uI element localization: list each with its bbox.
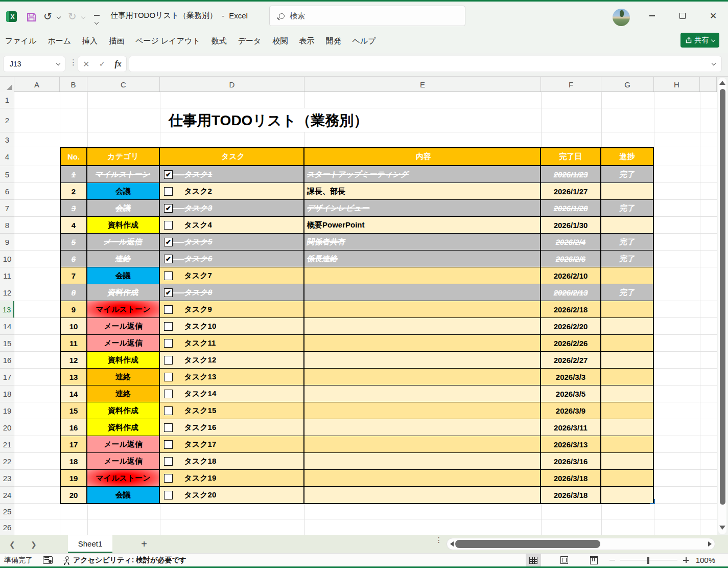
cell-task[interactable]: タスク10 bbox=[160, 318, 304, 335]
column-header-B[interactable]: B bbox=[60, 77, 87, 92]
row-header-24[interactable]: 24 bbox=[0, 487, 14, 504]
scroll-left-icon[interactable] bbox=[450, 541, 454, 547]
cell-date[interactable]: 2026/2/26 bbox=[541, 335, 601, 352]
cell-date[interactable]: 2026/3/16 bbox=[541, 453, 601, 470]
cell-category[interactable]: 会議 bbox=[87, 200, 160, 217]
task-checkbox[interactable] bbox=[164, 305, 173, 314]
cell-date[interactable]: 2026/3/18 bbox=[541, 470, 601, 487]
cell-date[interactable]: 2026/2/10 bbox=[541, 267, 601, 284]
row-header-11[interactable]: 11 bbox=[0, 267, 14, 284]
cell-no[interactable]: 4 bbox=[61, 217, 87, 234]
cell-desc[interactable] bbox=[304, 318, 541, 335]
cell-category[interactable]: 資料作成 bbox=[87, 402, 160, 419]
cell-date[interactable]: 2026/1/30 bbox=[541, 217, 601, 234]
row-header-25[interactable]: 25 bbox=[0, 504, 14, 519]
table-header-3[interactable]: 内容 bbox=[304, 148, 541, 166]
cell-desc[interactable]: 概要PowerPoint bbox=[304, 217, 541, 234]
cell-no[interactable]: 8 bbox=[61, 284, 87, 301]
task-checkbox[interactable] bbox=[164, 271, 173, 280]
zoom-in-button[interactable] bbox=[683, 557, 689, 563]
cell-status[interactable] bbox=[601, 318, 653, 335]
cell-task[interactable]: タスク2 bbox=[160, 183, 304, 200]
cell-status[interactable]: 完了 bbox=[601, 284, 653, 301]
row-header-7[interactable]: 7 bbox=[0, 200, 14, 217]
cell-status[interactable]: 完了 bbox=[601, 200, 653, 217]
cell-category[interactable]: メール返信 bbox=[87, 436, 160, 453]
row-header-17[interactable]: 17 bbox=[0, 369, 14, 385]
task-checkbox[interactable]: ✔ bbox=[164, 204, 173, 213]
table-header-1[interactable]: カテゴリ bbox=[87, 148, 160, 166]
cell-no[interactable]: 7 bbox=[61, 267, 87, 284]
cell-no[interactable]: 18 bbox=[61, 453, 87, 470]
row-header-15[interactable]: 15 bbox=[0, 335, 14, 352]
cell-date[interactable]: 2026/3/9 bbox=[541, 402, 601, 419]
task-checkbox[interactable] bbox=[164, 390, 173, 398]
zoom-slider-handle[interactable] bbox=[647, 557, 649, 564]
row-header-2[interactable]: 2 bbox=[0, 108, 14, 132]
scroll-down-icon[interactable] bbox=[719, 526, 725, 530]
task-checkbox[interactable] bbox=[164, 440, 173, 449]
table-header-5[interactable]: 進捗 bbox=[601, 148, 653, 166]
select-all-corner[interactable] bbox=[0, 77, 14, 92]
scroll-right-icon[interactable] bbox=[708, 541, 712, 547]
page-layout-view-button[interactable] bbox=[556, 554, 572, 566]
cell-task[interactable]: タスク9 bbox=[160, 301, 304, 318]
cell-task[interactable]: タスク7 bbox=[160, 267, 304, 284]
cell-category[interactable]: 連絡 bbox=[87, 385, 160, 402]
cell-status[interactable] bbox=[601, 470, 653, 487]
row-headers[interactable]: 1234567891011121314151617181920212223242… bbox=[0, 92, 14, 535]
vertical-scroll-thumb[interactable] bbox=[720, 89, 725, 505]
row-header-19[interactable]: 19 bbox=[0, 402, 14, 419]
cell-category[interactable]: メール返信 bbox=[87, 318, 160, 335]
row-header-18[interactable]: 18 bbox=[0, 385, 14, 402]
cell-status[interactable] bbox=[601, 419, 653, 436]
cell-category[interactable]: 資料作成 bbox=[87, 352, 160, 369]
zoom-out-button[interactable] bbox=[609, 560, 615, 561]
column-header-F[interactable]: F bbox=[541, 77, 601, 92]
zoom-level[interactable]: 100% bbox=[695, 556, 715, 564]
cell-task[interactable]: タスク16 bbox=[160, 419, 304, 436]
cell-no[interactable]: 1 bbox=[61, 166, 87, 183]
row-header-5[interactable]: 5 bbox=[0, 166, 14, 183]
task-checkbox[interactable] bbox=[164, 373, 173, 381]
cell-date[interactable]: 2026/2/18 bbox=[541, 301, 601, 318]
horizontal-scroll-thumb[interactable] bbox=[455, 540, 600, 548]
cell-status[interactable] bbox=[601, 217, 653, 234]
task-checkbox[interactable] bbox=[164, 457, 173, 466]
cell-status[interactable] bbox=[601, 183, 653, 200]
table-header-2[interactable]: タスク bbox=[160, 148, 304, 166]
row-header-23[interactable]: 23 bbox=[0, 470, 14, 487]
column-header-C[interactable]: C bbox=[87, 77, 160, 92]
task-checkbox[interactable] bbox=[164, 322, 173, 331]
cell-task[interactable]: タスク17 bbox=[160, 436, 304, 453]
accessibility-icon[interactable] bbox=[63, 556, 70, 564]
cell-task[interactable]: タスク12 bbox=[160, 352, 304, 369]
cell-category[interactable]: 会議 bbox=[87, 183, 160, 200]
column-header-partial[interactable] bbox=[700, 77, 717, 92]
column-header-D[interactable]: D bbox=[160, 77, 304, 92]
cell-desc[interactable] bbox=[304, 402, 541, 419]
cell-category[interactable]: 会議 bbox=[87, 487, 160, 503]
cell-date[interactable]: 2026/3/11 bbox=[541, 419, 601, 436]
cell-desc[interactable]: 関係者共有 bbox=[304, 234, 541, 251]
task-checkbox[interactable] bbox=[164, 491, 173, 499]
column-header-H[interactable]: H bbox=[654, 77, 700, 92]
cell-date[interactable]: 2026/2/6 bbox=[541, 251, 601, 267]
row-header-12[interactable]: 12 bbox=[0, 284, 14, 301]
cell-task[interactable]: タスク14 bbox=[160, 385, 304, 402]
task-checkbox[interactable] bbox=[164, 187, 173, 196]
sheet-tab-active[interactable]: Sheet1 bbox=[68, 535, 112, 553]
cell-task[interactable]: ✔ タスク5 bbox=[160, 234, 304, 251]
cell-desc[interactable]: スタートアップミーティング bbox=[304, 166, 541, 183]
row-header-8[interactable]: 8 bbox=[0, 217, 14, 234]
cell-desc[interactable] bbox=[304, 419, 541, 436]
row-header-22[interactable]: 22 bbox=[0, 453, 14, 470]
cell-desc[interactable]: 係長連絡 bbox=[304, 251, 541, 267]
cell-desc[interactable] bbox=[304, 369, 541, 385]
cell-desc[interactable] bbox=[304, 453, 541, 470]
cell-status[interactable]: 完了 bbox=[601, 251, 653, 267]
cell-desc[interactable] bbox=[304, 267, 541, 284]
column-header-A[interactable]: A bbox=[14, 77, 60, 92]
cell-no[interactable]: 19 bbox=[61, 470, 87, 487]
cell-task[interactable]: タスク13 bbox=[160, 369, 304, 385]
